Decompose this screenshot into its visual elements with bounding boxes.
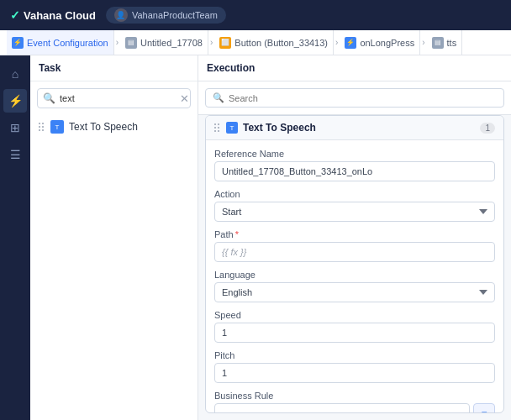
breadcrumb-label-onlongpress: onLongPress	[360, 38, 414, 48]
reference-name-label: Reference Name	[214, 149, 495, 159]
team-avatar: 👤	[114, 8, 128, 22]
breadcrumb-label-untitled: Untitled_17708	[140, 38, 203, 48]
onlongpress-icon: ⚡	[345, 37, 356, 49]
tts-task-icon: T	[50, 120, 64, 134]
business-rule-input[interactable]	[214, 403, 470, 413]
path-label: Path *	[214, 229, 495, 239]
field-reference-name: Reference Name	[214, 149, 495, 181]
execution-card: T Text To Speech 1 Reference Name	[205, 115, 504, 413]
drag-handle	[39, 123, 45, 131]
team-name: VahanaProductTeam	[132, 10, 218, 20]
nav-settings[interactable]: ☰	[3, 143, 27, 166]
task-panel: Task 🔍 ✕ T Text To Speech	[30, 55, 198, 420]
execution-panel-header: Execution	[198, 55, 511, 81]
business-rule-icon: ≡	[481, 408, 487, 413]
breadcrumb-event-config[interactable]: ⚡ Event Configuration	[7, 30, 114, 55]
task-panel-header: Task	[30, 55, 198, 81]
chevron-sep-3: ›	[334, 38, 340, 47]
field-action: Action Start Stop Pause	[214, 189, 495, 222]
logo: ✓ Vahana Cloud	[10, 8, 96, 22]
main-layout: ⌂ ⚡ ⊞ ☰ Task 🔍 ✕ T Text To Spee	[0, 55, 511, 420]
language-select[interactable]: English Spanish French	[214, 282, 495, 302]
logo-check: ✓	[10, 8, 20, 22]
task-item-tts[interactable]: T Text To Speech	[30, 115, 198, 139]
reference-name-input[interactable]	[214, 161, 495, 181]
nav-events[interactable]: ⚡	[3, 89, 27, 113]
language-label: Language	[214, 270, 495, 280]
logo-text: Vahana Cloud	[24, 9, 96, 22]
untitled-icon: ▤	[125, 37, 137, 49]
exec-card-badge: 1	[480, 123, 495, 134]
exec-card-icon: T	[226, 122, 238, 134]
task-panel-title: Task	[39, 62, 61, 74]
execution-panel-title: Execution	[207, 62, 255, 74]
breadcrumb: ⚡ Event Configuration › ▤ Untitled_17708…	[0, 30, 511, 55]
business-rule-label: Business Rule	[214, 391, 495, 401]
field-language: Language English Spanish French	[214, 270, 495, 302]
task-search-input[interactable]	[60, 93, 176, 103]
chevron-sep-2: ›	[208, 38, 214, 47]
execution-panel: Execution 🔍 T Text To Speech	[198, 55, 511, 420]
nav-home[interactable]: ⌂	[3, 62, 27, 86]
breadcrumb-label-tts: tts	[447, 38, 457, 48]
exec-card-body: Reference Name Action Start Stop Pause	[206, 140, 503, 413]
task-search-box[interactable]: 🔍 ✕	[37, 88, 191, 108]
execution-search-box[interactable]: 🔍	[205, 88, 504, 108]
speed-input[interactable]	[214, 323, 495, 343]
exec-search-icon: 🔍	[213, 92, 224, 103]
breadcrumb-button[interactable]: ⬜ Button (Button_33413)	[214, 30, 334, 55]
chevron-sep-4: ›	[420, 38, 426, 47]
path-required: *	[235, 229, 239, 239]
exec-card-header: T Text To Speech 1	[206, 116, 503, 140]
breadcrumb-onlongpress[interactable]: ⚡ onLongPress	[340, 30, 420, 55]
team-badge[interactable]: 👤 VahanaProductTeam	[106, 7, 226, 24]
nav-components[interactable]: ⊞	[3, 116, 27, 139]
search-icon: 🔍	[43, 92, 55, 104]
left-nav: ⌂ ⚡ ⊞ ☰	[0, 55, 30, 420]
content-area: Task 🔍 ✕ T Text To Speech Exec	[30, 55, 511, 420]
pitch-input[interactable]	[214, 363, 495, 383]
top-bar: ✓ Vahana Cloud 👤 VahanaProductTeam	[0, 0, 511, 30]
event-config-icon: ⚡	[12, 37, 24, 49]
execution-search-input[interactable]	[229, 93, 497, 103]
field-speed: Speed	[214, 310, 495, 343]
task-item-label: Text To Speech	[69, 121, 138, 133]
pitch-label: Pitch	[214, 350, 495, 360]
search-clear-icon[interactable]: ✕	[180, 93, 189, 104]
path-input[interactable]	[214, 242, 495, 262]
action-label: Action	[214, 189, 495, 199]
business-rule-btn[interactable]: ≡	[473, 403, 495, 413]
breadcrumb-tts[interactable]: ▤ tts	[427, 30, 463, 55]
tts-icon: ▤	[432, 37, 444, 49]
field-path: Path *	[214, 229, 495, 262]
action-select[interactable]: Start Stop Pause	[214, 202, 495, 222]
breadcrumb-label-event-config: Event Configuration	[27, 38, 108, 48]
breadcrumb-untitled[interactable]: ▤ Untitled_17708	[120, 30, 208, 55]
chevron-sep-1: ›	[114, 38, 120, 47]
breadcrumb-label-button: Button (Button_33413)	[234, 38, 328, 48]
card-drag-handle[interactable]	[214, 123, 221, 132]
button-icon: ⬜	[219, 37, 231, 49]
field-business-rule: Business Rule ≡	[214, 391, 495, 413]
speed-label: Speed	[214, 310, 495, 320]
field-pitch: Pitch	[214, 350, 495, 383]
exec-card-title: Text To Speech	[243, 122, 475, 134]
business-rule-row: ≡	[214, 403, 495, 413]
